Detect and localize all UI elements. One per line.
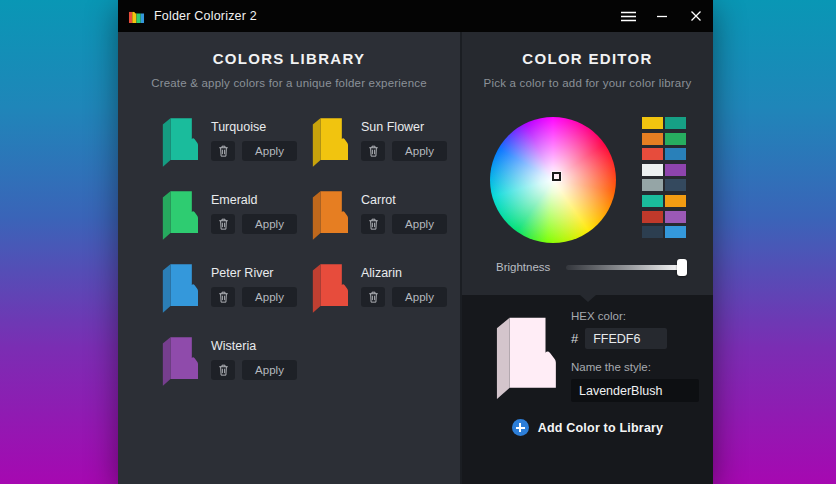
delete-color-button[interactable] bbox=[211, 360, 235, 380]
color-name: Sun Flower bbox=[361, 120, 447, 134]
color-item-body: Turquoise Apply bbox=[211, 115, 297, 188]
editor-bottom-section: HEX color: # Name the style: Add Color t… bbox=[462, 295, 713, 484]
swatch[interactable] bbox=[665, 179, 686, 191]
delete-color-button[interactable] bbox=[211, 214, 235, 234]
titlebar[interactable]: Folder Colorizer 2 bbox=[118, 0, 713, 32]
folder-icon-slot bbox=[310, 188, 348, 261]
color-item-buttons: Apply bbox=[211, 360, 297, 380]
folder-icon bbox=[160, 334, 198, 386]
picker-row bbox=[462, 89, 713, 243]
hex-label: HEX color: bbox=[571, 310, 699, 322]
color-item-body: Emerald Apply bbox=[211, 188, 297, 261]
minimize-button[interactable] bbox=[645, 0, 679, 32]
color-editor-panel: COLOR EDITOR Pick a color to add for you… bbox=[462, 32, 713, 484]
swatch[interactable] bbox=[665, 211, 686, 223]
style-name-label: Name the style: bbox=[571, 361, 699, 373]
style-name-input[interactable] bbox=[571, 379, 699, 402]
folder-icon-slot bbox=[160, 188, 198, 261]
color-library-item: Turquoise Apply bbox=[160, 115, 310, 188]
color-item-buttons: Apply bbox=[361, 214, 447, 234]
swatch[interactable] bbox=[665, 117, 686, 129]
apply-button[interactable]: Apply bbox=[242, 360, 297, 380]
swatch[interactable] bbox=[642, 179, 663, 191]
close-button[interactable] bbox=[679, 0, 713, 32]
apply-button[interactable]: Apply bbox=[242, 214, 297, 234]
swatch[interactable] bbox=[642, 117, 663, 129]
swatch[interactable] bbox=[665, 148, 686, 160]
minimize-icon bbox=[656, 10, 668, 22]
delete-color-button[interactable] bbox=[361, 287, 385, 307]
apply-button[interactable]: Apply bbox=[392, 141, 447, 161]
color-item-buttons: Apply bbox=[361, 141, 447, 161]
swatch[interactable] bbox=[642, 195, 663, 207]
library-subtitle: Create & apply colors for a unique folde… bbox=[118, 77, 460, 89]
brightness-label: Brightness bbox=[496, 261, 550, 273]
color-name: Carrot bbox=[361, 193, 447, 207]
delete-color-button[interactable] bbox=[361, 214, 385, 234]
trash-icon bbox=[368, 145, 379, 157]
swatch[interactable] bbox=[642, 133, 663, 145]
folder-preview-slot bbox=[492, 310, 556, 403]
swatch[interactable] bbox=[665, 226, 686, 238]
delete-color-button[interactable] bbox=[211, 141, 235, 161]
slider-thumb[interactable] bbox=[677, 259, 687, 276]
window-controls bbox=[611, 0, 713, 32]
color-name: Turquoise bbox=[211, 120, 297, 134]
folder-icon-slot bbox=[160, 261, 198, 334]
color-item-body: Carrot Apply bbox=[361, 188, 447, 261]
apply-button[interactable]: Apply bbox=[242, 287, 297, 307]
folder-icon bbox=[310, 188, 348, 240]
swatch[interactable] bbox=[642, 226, 663, 238]
hex-input[interactable] bbox=[585, 328, 667, 349]
delete-color-button[interactable] bbox=[361, 141, 385, 161]
close-icon bbox=[690, 10, 702, 22]
editor-title: COLOR EDITOR bbox=[462, 50, 713, 67]
editor-fields: HEX color: # Name the style: bbox=[571, 310, 699, 403]
color-item-buttons: Apply bbox=[211, 214, 297, 234]
hamburger-icon bbox=[621, 11, 636, 22]
hex-prefix: # bbox=[571, 331, 578, 346]
folder-icon-slot bbox=[310, 115, 348, 188]
trash-icon bbox=[218, 218, 229, 230]
colors-grid: Turquoise Apply Sun Flower bbox=[160, 115, 460, 407]
plus-icon bbox=[512, 419, 529, 436]
color-wheel[interactable] bbox=[490, 117, 616, 243]
wheel-selector[interactable] bbox=[552, 172, 561, 181]
swatch[interactable] bbox=[665, 195, 686, 207]
app-logo-icon bbox=[128, 9, 145, 24]
trash-icon bbox=[368, 218, 379, 230]
brightness-slider[interactable] bbox=[566, 265, 685, 270]
color-library-item: Alizarin Apply bbox=[310, 261, 460, 334]
swatch[interactable] bbox=[665, 133, 686, 145]
main-panels: COLORS LIBRARY Create & apply colors for… bbox=[118, 32, 713, 484]
app-window: Folder Colorizer 2 COLORS LI bbox=[118, 0, 713, 484]
menu-button[interactable] bbox=[611, 0, 645, 32]
color-library-item: Peter River Apply bbox=[160, 261, 310, 334]
folder-icon bbox=[310, 115, 348, 167]
editor-bottom-content: HEX color: # Name the style: bbox=[462, 295, 713, 403]
swatch[interactable] bbox=[642, 211, 663, 223]
apply-button[interactable]: Apply bbox=[392, 287, 447, 307]
apply-button[interactable]: Apply bbox=[392, 214, 447, 234]
trash-icon bbox=[368, 291, 379, 303]
folder-icon-slot bbox=[160, 115, 198, 188]
apply-button[interactable]: Apply bbox=[242, 141, 297, 161]
folder-icon bbox=[160, 188, 198, 240]
trash-icon bbox=[218, 291, 229, 303]
folder-icon-slot bbox=[160, 334, 198, 407]
add-color-button[interactable]: Add Color to Library bbox=[462, 419, 713, 436]
swatch[interactable] bbox=[665, 164, 686, 176]
color-item-buttons: Apply bbox=[211, 141, 297, 161]
swatch[interactable] bbox=[642, 164, 663, 176]
library-header: COLORS LIBRARY Create & apply colors for… bbox=[118, 32, 460, 89]
editor-header: COLOR EDITOR Pick a color to add for you… bbox=[462, 32, 713, 89]
window-title: Folder Colorizer 2 bbox=[154, 9, 257, 23]
folder-icon bbox=[310, 261, 348, 313]
add-color-label: Add Color to Library bbox=[538, 421, 664, 435]
hex-row: # bbox=[571, 328, 699, 349]
library-title: COLORS LIBRARY bbox=[118, 50, 460, 67]
delete-color-button[interactable] bbox=[211, 287, 235, 307]
color-item-body: Peter River Apply bbox=[211, 261, 297, 334]
color-item-body: Sun Flower Apply bbox=[361, 115, 447, 188]
swatch[interactable] bbox=[642, 148, 663, 160]
